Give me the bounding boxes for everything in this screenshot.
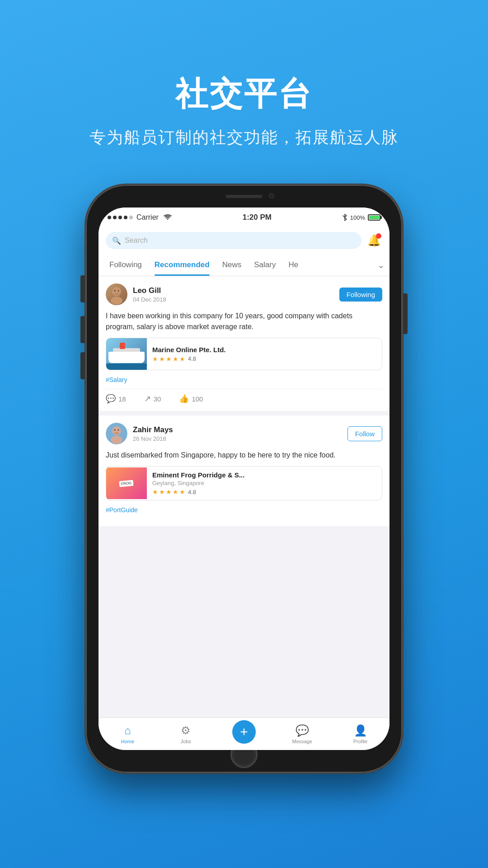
post-date-2: 26 Nov 2018 bbox=[133, 435, 347, 442]
post-text-2: Just disembarked from Singapore, happy t… bbox=[106, 450, 382, 461]
signal-dot-2 bbox=[113, 216, 117, 219]
nav-item-message[interactable]: 💬 Message bbox=[273, 724, 331, 744]
wifi-icon bbox=[163, 214, 172, 221]
star-3: ★ bbox=[166, 355, 172, 363]
place-location-2: Geylang, Singapore bbox=[152, 480, 376, 486]
stars-1: ★ ★ ★ ★ ★ 4.8 bbox=[152, 355, 376, 363]
post-username-1: Leo Gill bbox=[133, 286, 339, 295]
tab-salary[interactable]: Salary bbox=[248, 254, 282, 276]
home-label: Home bbox=[121, 739, 134, 744]
share-icon-1: ↗ bbox=[144, 394, 151, 404]
comment-action-1[interactable]: 💬 18 bbox=[106, 394, 126, 404]
svg-point-3 bbox=[118, 290, 119, 292]
comment-count-1: 18 bbox=[118, 395, 126, 403]
star2-2: ★ bbox=[159, 488, 165, 495]
like-icon-1: 👍 bbox=[179, 394, 189, 404]
post-tag-2[interactable]: #PortGuide bbox=[106, 506, 138, 514]
tabs-more-icon[interactable]: ⌄ bbox=[377, 259, 385, 270]
home-icon: ⌂ bbox=[124, 724, 131, 737]
phone-screen: Carrier 1:20 PM 100% bbox=[99, 208, 389, 750]
tab-he[interactable]: He bbox=[282, 254, 305, 276]
post-text-1: I have been working in this company for … bbox=[106, 311, 382, 332]
svg-point-7 bbox=[114, 429, 116, 431]
search-placeholder: Search bbox=[125, 236, 148, 245]
avatar-zahir bbox=[106, 423, 127, 444]
place-name-1: Marine Online Pte. Ltd. bbox=[152, 346, 376, 354]
svg-point-1 bbox=[111, 297, 122, 305]
signal-dot-3 bbox=[118, 216, 122, 219]
rating-1: 4.8 bbox=[188, 355, 196, 362]
place-info-2: Eminent Frog Porridge & S... Geylang, Si… bbox=[147, 467, 382, 500]
message-label: Message bbox=[292, 739, 312, 744]
search-input[interactable]: 🔍 Search bbox=[106, 232, 361, 249]
nav-item-home[interactable]: ⌂ Home bbox=[99, 724, 157, 744]
star2-4: ★ bbox=[173, 488, 178, 495]
star-half-1: ★ bbox=[179, 355, 185, 363]
place-thumb-2: FROG bbox=[106, 467, 147, 499]
like-action-1[interactable]: 👍 100 bbox=[179, 394, 203, 404]
signal-dot-5 bbox=[129, 216, 133, 219]
share-action-1[interactable]: ↗ 30 bbox=[144, 394, 161, 404]
post-header-2: Zahir Mays 26 Nov 2018 Follow bbox=[106, 423, 382, 444]
share-count-1: 30 bbox=[154, 395, 161, 403]
nav-item-jobs[interactable]: ⚙ Jobs bbox=[157, 724, 215, 744]
avatar-zahir-image bbox=[106, 423, 127, 444]
star-1: ★ bbox=[152, 355, 158, 363]
svg-point-8 bbox=[118, 429, 119, 431]
page-title: 社交平台 bbox=[175, 72, 313, 116]
post-tag-1[interactable]: #Salary bbox=[106, 376, 127, 383]
feed: Leo Gill 04 Dec 2018 Following I have be… bbox=[99, 276, 389, 717]
status-time: 1:20 PM bbox=[243, 213, 272, 222]
tabs-row: Following Recommended News Salary He ⌄ bbox=[99, 254, 389, 276]
post-actions-1: 💬 18 ↗ 30 👍 100 bbox=[106, 389, 382, 404]
bluetooth-icon bbox=[342, 213, 347, 222]
page-subtitle: 专为船员订制的社交功能，拓展航运人脉 bbox=[89, 127, 399, 149]
phone-mockup: Carrier 1:20 PM 100% bbox=[86, 185, 402, 773]
battery-bar bbox=[368, 214, 380, 221]
message-icon: 💬 bbox=[296, 724, 309, 737]
search-area: 🔍 Search 🔔 bbox=[99, 227, 389, 254]
stars-2: ★ ★ ★ ★ ★ 4.8 bbox=[152, 488, 376, 495]
tab-news[interactable]: News bbox=[216, 254, 248, 276]
signal-dot-4 bbox=[124, 216, 127, 219]
post-card-1: Leo Gill 04 Dec 2018 Following I have be… bbox=[99, 276, 389, 411]
post-card-2: Zahir Mays 26 Nov 2018 Follow Just disem… bbox=[99, 415, 389, 526]
follow-button-2[interactable]: Follow bbox=[347, 426, 382, 441]
post-header-1: Leo Gill 04 Dec 2018 Following bbox=[106, 283, 382, 305]
avatar-leo-image bbox=[106, 283, 127, 305]
place-name-2: Eminent Frog Porridge & S... bbox=[152, 471, 376, 479]
comment-icon-1: 💬 bbox=[106, 394, 116, 404]
signal-dot-1 bbox=[108, 216, 111, 219]
svg-point-6 bbox=[111, 436, 122, 444]
star2-half: ★ bbox=[179, 488, 185, 495]
following-button-1[interactable]: Following bbox=[339, 288, 382, 302]
battery-percentage: 100% bbox=[350, 214, 365, 221]
search-icon: 🔍 bbox=[112, 236, 121, 245]
post-user-info-1: Leo Gill 04 Dec 2018 bbox=[133, 286, 339, 303]
tab-following[interactable]: Following bbox=[103, 254, 148, 276]
nav-item-add[interactable]: + bbox=[215, 720, 273, 748]
like-count-1: 100 bbox=[192, 395, 203, 403]
status-left: Carrier bbox=[108, 213, 172, 222]
place-card-2[interactable]: FROG Eminent Frog Porridge & S... Geylan… bbox=[106, 466, 382, 500]
place-card-1[interactable]: Marine Online Pte. Ltd. ★ ★ ★ ★ ★ 4.8 bbox=[106, 338, 382, 370]
place-info-1: Marine Online Pte. Ltd. ★ ★ ★ ★ ★ 4.8 bbox=[147, 341, 382, 367]
post-date-1: 04 Dec 2018 bbox=[133, 296, 339, 303]
phone-speaker bbox=[226, 195, 262, 198]
svg-point-0 bbox=[112, 287, 121, 296]
star-2: ★ bbox=[159, 355, 165, 363]
avatar-leo bbox=[106, 283, 127, 305]
nav-item-profile[interactable]: 👤 Profile bbox=[331, 724, 389, 744]
tab-recommended[interactable]: Recommended bbox=[148, 254, 216, 276]
star2-1: ★ bbox=[152, 488, 158, 495]
bottom-nav: ⌂ Home ⚙ Jobs + 💬 Message 👤 Profile bbox=[99, 717, 389, 750]
battery-fill bbox=[369, 216, 379, 219]
rating-2: 4.8 bbox=[188, 489, 196, 495]
jobs-icon: ⚙ bbox=[181, 724, 191, 737]
phone-camera bbox=[269, 193, 274, 198]
notification-badge bbox=[376, 233, 381, 239]
add-button[interactable]: + bbox=[232, 720, 256, 744]
post-username-2: Zahir Mays bbox=[133, 425, 347, 434]
star-4: ★ bbox=[173, 355, 178, 363]
notification-button[interactable]: 🔔 bbox=[366, 232, 382, 249]
